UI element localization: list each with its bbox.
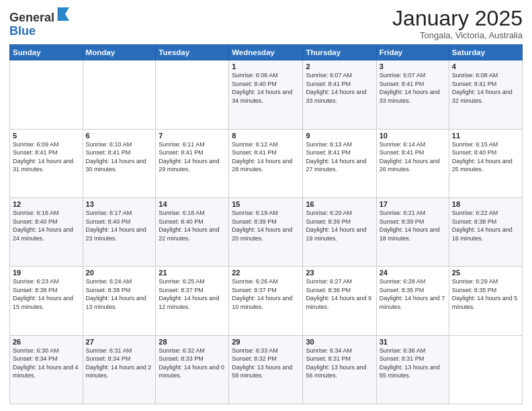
col-header-wednesday: Wednesday xyxy=(229,45,303,60)
calendar-cell: 8Sunrise: 6:12 AMSunset: 8:41 PMDaylight… xyxy=(229,129,303,197)
logo-text: General xyxy=(9,7,72,25)
calendar-cell: 25Sunrise: 6:29 AMSunset: 8:35 PMDayligh… xyxy=(449,267,522,335)
day-info: Sunrise: 6:28 AMSunset: 8:35 PMDaylight:… xyxy=(380,277,446,311)
calendar-cell: 21Sunrise: 6:25 AMSunset: 8:37 PMDayligh… xyxy=(156,267,229,335)
day-number: 23 xyxy=(306,269,373,277)
day-info: Sunrise: 6:36 AMSunset: 8:31 PMDaylight:… xyxy=(380,347,446,380)
day-number: 18 xyxy=(452,200,519,208)
day-number: 2 xyxy=(306,62,373,71)
day-number: 21 xyxy=(159,269,226,277)
calendar-cell: 7Sunrise: 6:11 AMSunset: 8:41 PMDaylight… xyxy=(156,129,229,197)
day-number: 17 xyxy=(380,200,446,208)
calendar-cell: 29Sunrise: 6:33 AMSunset: 8:32 PMDayligh… xyxy=(229,335,303,404)
day-info: Sunrise: 6:33 AMSunset: 8:32 PMDaylight:… xyxy=(232,347,300,380)
day-info: Sunrise: 6:30 AMSunset: 8:34 PMDaylight:… xyxy=(13,347,80,380)
day-number: 11 xyxy=(452,132,519,140)
calendar-cell: 5Sunrise: 6:09 AMSunset: 8:41 PMDaylight… xyxy=(10,129,83,197)
day-number: 10 xyxy=(380,132,446,140)
calendar-cell: 13Sunrise: 6:17 AMSunset: 8:40 PMDayligh… xyxy=(83,197,156,266)
day-number: 22 xyxy=(232,269,300,277)
day-info: Sunrise: 6:09 AMSunset: 8:41 PMDaylight:… xyxy=(13,140,80,174)
page: General Blue January 2025 Tongala, Victo… xyxy=(0,0,532,411)
calendar-cell: 26Sunrise: 6:30 AMSunset: 8:34 PMDayligh… xyxy=(10,335,83,404)
calendar-cell: 6Sunrise: 6:10 AMSunset: 8:41 PMDaylight… xyxy=(83,129,156,197)
calendar-cell: 1Sunrise: 6:06 AMSunset: 8:40 PMDaylight… xyxy=(229,60,303,129)
calendar-cell: 3Sunrise: 6:07 AMSunset: 8:41 PMDaylight… xyxy=(376,60,449,129)
calendar-cell: 16Sunrise: 6:20 AMSunset: 8:39 PMDayligh… xyxy=(303,197,376,266)
day-number: 6 xyxy=(86,132,153,140)
calendar-cell: 17Sunrise: 6:21 AMSunset: 8:39 PMDayligh… xyxy=(376,197,449,266)
day-number: 16 xyxy=(306,200,373,208)
day-info: Sunrise: 6:15 AMSunset: 8:40 PMDaylight:… xyxy=(452,140,519,174)
calendar-cell xyxy=(83,60,156,129)
calendar-cell: 4Sunrise: 6:08 AMSunset: 8:41 PMDaylight… xyxy=(449,60,522,129)
day-number: 19 xyxy=(13,269,80,277)
calendar-cell: 2Sunrise: 6:07 AMSunset: 8:41 PMDaylight… xyxy=(303,60,376,129)
day-number: 24 xyxy=(380,269,446,277)
day-info: Sunrise: 6:25 AMSunset: 8:37 PMDaylight:… xyxy=(159,277,226,311)
day-info: Sunrise: 6:12 AMSunset: 8:41 PMDaylight:… xyxy=(232,140,300,174)
day-info: Sunrise: 6:31 AMSunset: 8:34 PMDaylight:… xyxy=(86,347,153,380)
day-number: 8 xyxy=(232,132,300,140)
day-info: Sunrise: 6:24 AMSunset: 8:38 PMDaylight:… xyxy=(86,277,153,311)
day-number: 1 xyxy=(232,62,300,71)
logo-general: General xyxy=(9,11,54,24)
calendar-cell: 27Sunrise: 6:31 AMSunset: 8:34 PMDayligh… xyxy=(83,335,156,404)
calendar-cell: 9Sunrise: 6:13 AMSunset: 8:41 PMDaylight… xyxy=(303,129,376,197)
day-number: 14 xyxy=(159,200,226,208)
day-number: 12 xyxy=(13,200,80,208)
day-number: 28 xyxy=(159,338,226,346)
day-info: Sunrise: 6:26 AMSunset: 8:37 PMDaylight:… xyxy=(232,277,300,311)
day-info: Sunrise: 6:11 AMSunset: 8:41 PMDaylight:… xyxy=(159,140,226,174)
calendar-table: SundayMondayTuesdayWednesdayThursdayFrid… xyxy=(9,44,523,404)
calendar-cell xyxy=(156,60,229,129)
calendar-cell: 15Sunrise: 6:19 AMSunset: 8:39 PMDayligh… xyxy=(229,197,303,266)
calendar-cell: 23Sunrise: 6:27 AMSunset: 8:36 PMDayligh… xyxy=(303,267,376,335)
day-number: 7 xyxy=(159,132,226,140)
day-number: 13 xyxy=(86,200,153,208)
calendar-cell: 30Sunrise: 6:34 AMSunset: 8:31 PMDayligh… xyxy=(303,335,376,404)
calendar-cell: 10Sunrise: 6:14 AMSunset: 8:41 PMDayligh… xyxy=(376,129,449,197)
day-number: 5 xyxy=(13,132,80,140)
calendar-cell xyxy=(449,335,522,404)
day-info: Sunrise: 6:10 AMSunset: 8:41 PMDaylight:… xyxy=(86,140,153,174)
day-info: Sunrise: 6:22 AMSunset: 8:38 PMDaylight:… xyxy=(452,209,519,242)
day-number: 15 xyxy=(232,200,300,208)
logo-flag-icon xyxy=(56,7,72,21)
calendar-cell xyxy=(10,60,83,129)
day-info: Sunrise: 6:08 AMSunset: 8:41 PMDaylight:… xyxy=(452,71,519,105)
calendar-header-row: SundayMondayTuesdayWednesdayThursdayFrid… xyxy=(10,45,523,60)
calendar-cell: 31Sunrise: 6:36 AMSunset: 8:31 PMDayligh… xyxy=(376,335,449,404)
title-block: January 2025 Tongala, Victoria, Australi… xyxy=(392,7,523,40)
logo: General Blue xyxy=(9,7,72,38)
header: General Blue January 2025 Tongala, Victo… xyxy=(9,7,523,40)
day-info: Sunrise: 6:07 AMSunset: 8:41 PMDaylight:… xyxy=(380,71,446,105)
day-number: 26 xyxy=(13,338,80,346)
day-info: Sunrise: 6:06 AMSunset: 8:40 PMDaylight:… xyxy=(232,71,300,105)
calendar-cell: 20Sunrise: 6:24 AMSunset: 8:38 PMDayligh… xyxy=(83,267,156,335)
calendar-cell: 19Sunrise: 6:23 AMSunset: 8:38 PMDayligh… xyxy=(10,267,83,335)
calendar-cell: 22Sunrise: 6:26 AMSunset: 8:37 PMDayligh… xyxy=(229,267,303,335)
day-info: Sunrise: 6:23 AMSunset: 8:38 PMDaylight:… xyxy=(13,277,80,311)
day-info: Sunrise: 6:21 AMSunset: 8:39 PMDaylight:… xyxy=(380,209,446,242)
col-header-monday: Monday xyxy=(83,45,156,60)
calendar-cell: 18Sunrise: 6:22 AMSunset: 8:38 PMDayligh… xyxy=(449,197,522,266)
day-info: Sunrise: 6:17 AMSunset: 8:40 PMDaylight:… xyxy=(86,209,153,242)
day-number: 25 xyxy=(452,269,519,277)
col-header-thursday: Thursday xyxy=(303,45,376,60)
day-number: 27 xyxy=(86,338,153,346)
calendar-cell: 11Sunrise: 6:15 AMSunset: 8:40 PMDayligh… xyxy=(449,129,522,197)
calendar-week-row: 12Sunrise: 6:16 AMSunset: 8:40 PMDayligh… xyxy=(10,197,523,266)
location-subtitle: Tongala, Victoria, Australia xyxy=(392,30,523,40)
calendar-week-row: 5Sunrise: 6:09 AMSunset: 8:41 PMDaylight… xyxy=(10,129,523,197)
day-number: 20 xyxy=(86,269,153,277)
day-info: Sunrise: 6:27 AMSunset: 8:36 PMDaylight:… xyxy=(306,277,373,311)
col-header-sunday: Sunday xyxy=(10,45,83,60)
day-number: 3 xyxy=(380,62,446,71)
day-info: Sunrise: 6:13 AMSunset: 8:41 PMDaylight:… xyxy=(306,140,373,174)
day-info: Sunrise: 6:34 AMSunset: 8:31 PMDaylight:… xyxy=(306,347,373,380)
calendar-cell: 24Sunrise: 6:28 AMSunset: 8:35 PMDayligh… xyxy=(376,267,449,335)
calendar-cell: 28Sunrise: 6:32 AMSunset: 8:33 PMDayligh… xyxy=(156,335,229,404)
calendar-week-row: 26Sunrise: 6:30 AMSunset: 8:34 PMDayligh… xyxy=(10,335,523,404)
day-number: 4 xyxy=(452,62,519,71)
